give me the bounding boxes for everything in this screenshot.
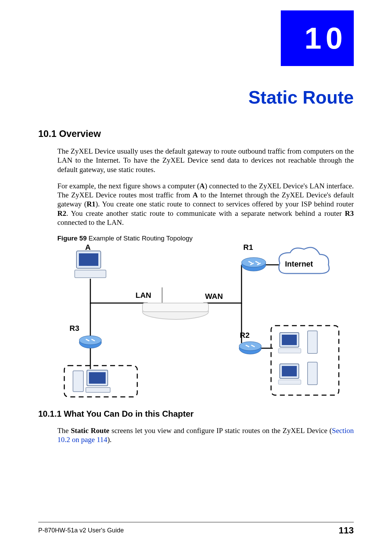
diagram-label-a: A xyxy=(85,243,91,252)
router-r2-icon xyxy=(239,342,261,354)
svg-point-9 xyxy=(239,342,261,351)
network-r3-group xyxy=(64,366,137,397)
text-span: screens let you view and configure IP st… xyxy=(109,426,332,435)
svg-rect-15 xyxy=(89,372,106,384)
text-bold: A xyxy=(193,191,198,199)
overview-para-1: The ZyXEL Device usually uses the defaul… xyxy=(57,147,354,174)
text-span: ). xyxy=(107,435,112,444)
footer-guide-title: P-870HW-51a v2 User's Guide xyxy=(38,527,124,534)
text-bold: R1 xyxy=(87,200,96,208)
zyxel-router-icon xyxy=(142,287,209,319)
figure-caption: Figure 59 Example of Static Routing Topo… xyxy=(57,235,354,242)
figure-label-title: Example of Static Routing Topology xyxy=(87,235,193,242)
diagram-label-wan: WAN xyxy=(205,292,223,301)
svg-rect-2 xyxy=(75,270,106,278)
what-you-can-do-para: The Static Route screens let you view an… xyxy=(57,426,354,444)
diagram-label-r1: R1 xyxy=(243,243,253,252)
svg-rect-25 xyxy=(308,362,317,385)
text-span: The xyxy=(57,426,71,435)
svg-rect-19 xyxy=(282,335,297,345)
svg-rect-1 xyxy=(79,253,98,266)
svg-rect-16 xyxy=(86,387,110,392)
svg-rect-20 xyxy=(278,349,301,353)
svg-rect-21 xyxy=(308,331,317,353)
text-bold: R2 xyxy=(57,209,66,218)
network-topology-diagram: A R1 Internet LAN WAN R3 R2 xyxy=(57,246,342,399)
footer-page-number: 113 xyxy=(339,525,354,536)
section-heading-what-you-can-do: 10.1.1 What You Can Do in this Chapter xyxy=(38,409,354,419)
text-span: For example, the next figure shows a com… xyxy=(57,182,199,190)
router-r3-icon xyxy=(79,336,101,348)
page-footer: P-870HW-51a v2 User's Guide 113 xyxy=(38,522,354,536)
diagram-label-internet: Internet xyxy=(285,260,313,269)
text-bold: Static Route xyxy=(71,426,109,435)
svg-point-7 xyxy=(242,258,266,267)
text-span: ). You create one static route to connec… xyxy=(96,200,354,208)
chapter-number: 10 xyxy=(304,21,347,56)
text-bold: A xyxy=(199,182,205,190)
svg-rect-13 xyxy=(73,371,83,392)
network-r2-group xyxy=(271,326,339,395)
figure-label-number: Figure 59 xyxy=(57,235,87,242)
section-heading-overview: 10.1 Overview xyxy=(38,129,354,139)
computer-a-icon xyxy=(75,251,106,278)
router-r1-icon xyxy=(242,258,266,271)
svg-rect-5 xyxy=(142,303,209,312)
chapter-title: Static Route xyxy=(38,87,354,108)
chapter-number-box: 10 xyxy=(281,10,354,66)
svg-point-11 xyxy=(79,336,101,345)
svg-rect-24 xyxy=(278,380,301,384)
diagram-label-r2: R2 xyxy=(240,331,250,340)
diagram-label-r3: R3 xyxy=(70,324,79,333)
text-bold: R3 xyxy=(345,209,354,218)
svg-rect-23 xyxy=(282,366,297,376)
text-span: connected to the LAN. xyxy=(57,218,124,227)
diagram-svg xyxy=(57,246,342,399)
diagram-label-lan: LAN xyxy=(136,291,151,300)
text-span: . You create another static route to com… xyxy=(66,209,345,218)
overview-para-2: For example, the next figure shows a com… xyxy=(57,181,354,227)
